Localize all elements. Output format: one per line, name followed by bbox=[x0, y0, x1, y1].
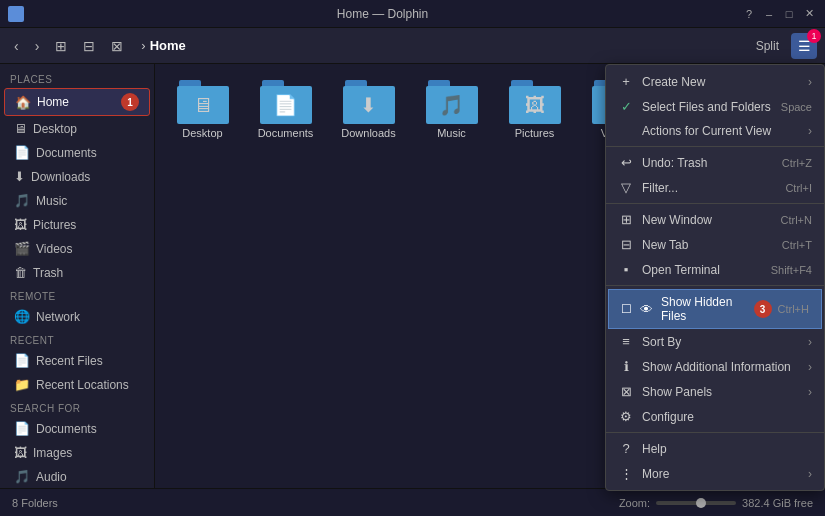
search-docs-icon: 📄 bbox=[14, 421, 30, 436]
menu-separator bbox=[606, 432, 824, 433]
sidebar-item-label: Recent Locations bbox=[36, 378, 129, 392]
forward-button[interactable]: › bbox=[29, 34, 46, 58]
menu-item-show-additional-info[interactable]: ℹ Show Additional Information › bbox=[606, 354, 824, 379]
zoom-thumb bbox=[696, 498, 706, 508]
sidebar-item-label: Audio bbox=[36, 470, 67, 484]
sidebar-item-pictures[interactable]: 🖼 Pictures bbox=[4, 213, 150, 236]
folder-documents[interactable]: 📄 Documents bbox=[248, 74, 323, 145]
documents-icon: 📄 bbox=[14, 145, 30, 160]
home-icon: 🏠 bbox=[15, 95, 31, 110]
panels-icon: ⊠ bbox=[618, 384, 634, 399]
free-space: 382.4 GiB free bbox=[742, 497, 813, 509]
arrow-icon: › bbox=[808, 335, 812, 349]
folder-count: 8 Folders bbox=[12, 497, 58, 509]
pictures-icon: 🖼 bbox=[14, 217, 27, 232]
more-icon: ⋮ bbox=[618, 466, 634, 481]
sidebar-section-places: Places bbox=[0, 68, 154, 87]
menu-item-configure[interactable]: ⚙ Configure bbox=[606, 404, 824, 429]
minimize-icon[interactable]: – bbox=[761, 6, 777, 22]
view-detail-button[interactable]: ⊠ bbox=[105, 34, 129, 58]
search-audio-icon: 🎵 bbox=[14, 469, 30, 484]
trash-icon: 🗑 bbox=[14, 265, 27, 280]
menu-item-label: Show Hidden Files bbox=[661, 295, 740, 323]
menu-item-label: Filter... bbox=[642, 181, 678, 195]
arrow-icon: › bbox=[808, 385, 812, 399]
sidebar-item-label: Pictures bbox=[33, 218, 76, 232]
breadcrumb: › Home bbox=[141, 38, 185, 53]
filter-icon: ▽ bbox=[618, 180, 634, 195]
status-bar: 8 Folders Zoom: 382.4 GiB free bbox=[0, 488, 825, 516]
network-icon: 🌐 bbox=[14, 309, 30, 324]
folder-label: Pictures bbox=[515, 127, 555, 139]
zoom-area: Zoom: 382.4 GiB free bbox=[619, 497, 813, 509]
menu-item-label: Undo: Trash bbox=[642, 156, 707, 170]
arrow-icon: › bbox=[808, 75, 812, 89]
folder-desktop[interactable]: 🖥 Desktop bbox=[165, 74, 240, 145]
menu-item-filter[interactable]: ▽ Filter... Ctrl+I bbox=[606, 175, 824, 200]
title-bar: Home — Dolphin ? – □ ✕ bbox=[0, 0, 825, 28]
menu-item-new-window[interactable]: ⊞ New Window Ctrl+N bbox=[606, 207, 824, 232]
menu-item-show-panels[interactable]: ⊠ Show Panels › bbox=[606, 379, 824, 404]
sidebar-item-search-images[interactable]: 🖼 Images bbox=[4, 441, 150, 464]
folder-pictures[interactable]: 🖼 Pictures bbox=[497, 74, 572, 145]
menu-item-select-files[interactable]: ✓ Select Files and Folders Space bbox=[606, 94, 824, 119]
sidebar-item-desktop[interactable]: 🖥 Desktop bbox=[4, 117, 150, 140]
menu-badge-3: 3 bbox=[754, 300, 772, 318]
menu-item-show-hidden[interactable]: ☐ 👁 Show Hidden Files 3 Ctrl+H bbox=[608, 289, 822, 329]
shortcut-label: Ctrl+T bbox=[782, 239, 812, 251]
maximize-icon[interactable]: □ bbox=[781, 6, 797, 22]
view-icons-button[interactable]: ⊞ bbox=[49, 34, 73, 58]
menu-item-label: Sort By bbox=[642, 335, 681, 349]
sidebar-item-label: Documents bbox=[36, 422, 97, 436]
menu-item-label: More bbox=[642, 467, 669, 481]
sidebar-item-downloads[interactable]: ⬇ Downloads bbox=[4, 165, 150, 188]
sidebar-item-home[interactable]: 🏠 Home 1 bbox=[4, 88, 150, 116]
sidebar-item-search-documents[interactable]: 📄 Documents bbox=[4, 417, 150, 440]
downloads-icon: ⬇ bbox=[14, 169, 25, 184]
shortcut-label: Ctrl+H bbox=[778, 303, 809, 315]
shortcut-label: Space bbox=[781, 101, 812, 113]
sidebar-item-label: Home bbox=[37, 95, 69, 109]
sidebar-item-music[interactable]: 🎵 Music bbox=[4, 189, 150, 212]
sidebar-item-label: Documents bbox=[36, 146, 97, 160]
folder-label: Desktop bbox=[182, 127, 222, 139]
menu-item-actions[interactable]: Actions for Current View › bbox=[606, 119, 824, 143]
arrow-icon: › bbox=[808, 360, 812, 374]
menu-item-more[interactable]: ⋮ More › bbox=[606, 461, 824, 486]
sidebar-item-recent-files[interactable]: 📄 Recent Files bbox=[4, 349, 150, 372]
zoom-slider[interactable] bbox=[656, 501, 736, 505]
breadcrumb-home[interactable]: Home bbox=[150, 38, 186, 53]
menu-item-label: Create New bbox=[642, 75, 705, 89]
sidebar-item-documents[interactable]: 📄 Documents bbox=[4, 141, 150, 164]
help-icon[interactable]: ? bbox=[741, 6, 757, 22]
title-bar-controls: ? – □ ✕ bbox=[741, 6, 817, 22]
menu-item-undo[interactable]: ↩ Undo: Trash Ctrl+Z bbox=[606, 150, 824, 175]
menu-item-open-terminal[interactable]: ▪ Open Terminal Shift+F4 bbox=[606, 257, 824, 282]
sidebar-item-label: Desktop bbox=[33, 122, 77, 136]
folder-music[interactable]: 🎵 Music bbox=[414, 74, 489, 145]
sidebar-item-recent-locations[interactable]: 📁 Recent Locations bbox=[4, 373, 150, 396]
menu-item-new-tab[interactable]: ⊟ New Tab Ctrl+T bbox=[606, 232, 824, 257]
view-list-button[interactable]: ⊟ bbox=[77, 34, 101, 58]
sidebar-item-network[interactable]: 🌐 Network bbox=[4, 305, 150, 328]
sidebar-item-trash[interactable]: 🗑 Trash bbox=[4, 261, 150, 284]
menu-item-label: Configure bbox=[642, 410, 694, 424]
close-icon[interactable]: ✕ bbox=[801, 6, 817, 22]
arrow-icon: › bbox=[808, 124, 812, 138]
menu-item-help[interactable]: ? Help bbox=[606, 436, 824, 461]
help-icon: ? bbox=[618, 441, 634, 456]
sidebar-item-videos[interactable]: 🎬 Videos bbox=[4, 237, 150, 260]
create-new-icon: + bbox=[618, 74, 634, 89]
sidebar-section-recent: Recent bbox=[0, 329, 154, 348]
menu-item-label: New Window bbox=[642, 213, 712, 227]
back-button[interactable]: ‹ bbox=[8, 34, 25, 58]
menu-item-sort-by[interactable]: ≡ Sort By › bbox=[606, 329, 824, 354]
search-images-icon: 🖼 bbox=[14, 445, 27, 460]
zoom-label: Zoom: bbox=[619, 497, 650, 509]
menu-item-create-new[interactable]: + Create New › bbox=[606, 69, 824, 94]
split-button[interactable]: Split bbox=[750, 36, 785, 56]
sidebar-item-search-audio[interactable]: 🎵 Audio bbox=[4, 465, 150, 488]
folder-downloads[interactable]: ⬇ Downloads bbox=[331, 74, 406, 145]
shortcut-label: Shift+F4 bbox=[771, 264, 812, 276]
menu-item-label: New Tab bbox=[642, 238, 688, 252]
